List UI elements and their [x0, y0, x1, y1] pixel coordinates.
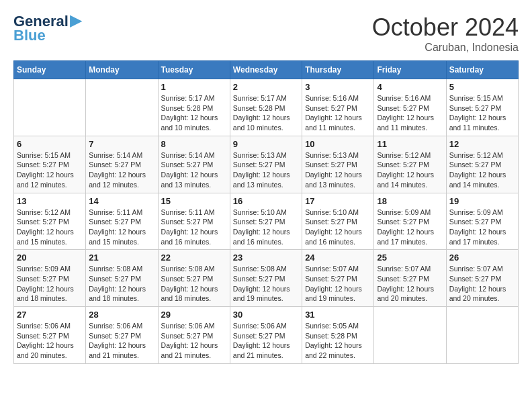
day-info: Sunrise: 5:09 AM Sunset: 5:27 PM Dayligh…	[377, 208, 443, 247]
day-info: Sunrise: 5:11 AM Sunset: 5:27 PM Dayligh…	[89, 208, 154, 247]
calendar-cell: 31Sunrise: 5:05 AM Sunset: 5:28 PM Dayli…	[302, 307, 374, 364]
day-info: Sunrise: 5:09 AM Sunset: 5:27 PM Dayligh…	[17, 264, 83, 304]
day-info: Sunrise: 5:15 AM Sunset: 5:27 PM Dayligh…	[449, 93, 515, 133]
calendar-cell: 26Sunrise: 5:07 AM Sunset: 5:27 PM Dayli…	[446, 250, 518, 307]
week-row-4: 20Sunrise: 5:09 AM Sunset: 5:27 PM Dayli…	[14, 250, 519, 307]
day-number: 28	[89, 310, 154, 320]
calendar-cell: 28Sunrise: 5:06 AM Sunset: 5:27 PM Dayli…	[86, 307, 158, 364]
day-number: 27	[17, 310, 83, 320]
calendar-cell: 30Sunrise: 5:06 AM Sunset: 5:27 PM Dayli…	[230, 307, 302, 364]
week-row-3: 13Sunrise: 5:12 AM Sunset: 5:27 PM Dayli…	[14, 193, 519, 250]
day-number: 22	[161, 253, 227, 263]
day-info: Sunrise: 5:06 AM Sunset: 5:27 PM Dayligh…	[233, 321, 299, 361]
week-row-5: 27Sunrise: 5:06 AM Sunset: 5:27 PM Dayli…	[14, 307, 519, 364]
calendar-cell: 19Sunrise: 5:09 AM Sunset: 5:27 PM Dayli…	[446, 193, 518, 250]
day-number: 25	[377, 253, 443, 263]
calendar-cell: 27Sunrise: 5:06 AM Sunset: 5:27 PM Dayli…	[14, 307, 86, 364]
day-info: Sunrise: 5:06 AM Sunset: 5:27 PM Dayligh…	[17, 321, 83, 361]
day-info: Sunrise: 5:13 AM Sunset: 5:27 PM Dayligh…	[305, 150, 371, 190]
location: Caruban, Indonesia	[372, 42, 519, 54]
calendar-cell: 5Sunrise: 5:15 AM Sunset: 5:27 PM Daylig…	[446, 79, 518, 136]
day-number: 16	[233, 196, 299, 206]
calendar-cell: 3Sunrise: 5:16 AM Sunset: 5:27 PM Daylig…	[302, 79, 374, 136]
day-number: 23	[233, 253, 299, 263]
day-number: 20	[17, 253, 83, 263]
calendar-cell: 24Sunrise: 5:07 AM Sunset: 5:27 PM Dayli…	[302, 250, 374, 307]
day-info: Sunrise: 5:10 AM Sunset: 5:27 PM Dayligh…	[233, 208, 299, 247]
day-info: Sunrise: 5:15 AM Sunset: 5:27 PM Dayligh…	[17, 150, 83, 190]
day-info: Sunrise: 5:14 AM Sunset: 5:27 PM Dayligh…	[89, 150, 154, 190]
day-info: Sunrise: 5:09 AM Sunset: 5:27 PM Dayligh…	[449, 208, 515, 247]
week-row-2: 6Sunrise: 5:15 AM Sunset: 5:27 PM Daylig…	[14, 136, 519, 193]
day-info: Sunrise: 5:06 AM Sunset: 5:27 PM Dayligh…	[161, 321, 227, 361]
calendar-cell	[446, 307, 518, 364]
day-info: Sunrise: 5:07 AM Sunset: 5:27 PM Dayligh…	[305, 264, 371, 304]
day-number: 21	[89, 253, 154, 263]
day-info: Sunrise: 5:10 AM Sunset: 5:27 PM Dayligh…	[305, 208, 371, 247]
day-info: Sunrise: 5:12 AM Sunset: 5:27 PM Dayligh…	[377, 150, 443, 190]
calendar-cell: 29Sunrise: 5:06 AM Sunset: 5:27 PM Dayli…	[158, 307, 230, 364]
col-thursday: Thursday	[302, 61, 374, 79]
calendar-cell: 17Sunrise: 5:10 AM Sunset: 5:27 PM Dayli…	[302, 193, 374, 250]
calendar-cell: 18Sunrise: 5:09 AM Sunset: 5:27 PM Dayli…	[374, 193, 446, 250]
calendar-cell: 9Sunrise: 5:13 AM Sunset: 5:27 PM Daylig…	[230, 136, 302, 193]
day-info: Sunrise: 5:07 AM Sunset: 5:27 PM Dayligh…	[449, 264, 515, 304]
calendar: Sunday Monday Tuesday Wednesday Thursday…	[13, 60, 519, 364]
page-header: General ▶ Blue October 2024 Caruban, Ind…	[13, 13, 519, 54]
day-number: 5	[449, 82, 515, 92]
day-number: 17	[305, 196, 371, 206]
day-number: 11	[377, 139, 443, 149]
day-number: 30	[233, 310, 299, 320]
day-info: Sunrise: 5:12 AM Sunset: 5:27 PM Dayligh…	[449, 150, 515, 190]
col-saturday: Saturday	[446, 61, 518, 79]
calendar-cell: 23Sunrise: 5:08 AM Sunset: 5:27 PM Dayli…	[230, 250, 302, 307]
calendar-cell: 21Sunrise: 5:08 AM Sunset: 5:27 PM Dayli…	[86, 250, 158, 307]
day-info: Sunrise: 5:17 AM Sunset: 5:28 PM Dayligh…	[161, 93, 227, 133]
day-number: 18	[377, 196, 443, 206]
day-info: Sunrise: 5:12 AM Sunset: 5:27 PM Dayligh…	[17, 208, 83, 247]
day-info: Sunrise: 5:06 AM Sunset: 5:27 PM Dayligh…	[89, 321, 154, 361]
day-info: Sunrise: 5:08 AM Sunset: 5:27 PM Dayligh…	[233, 264, 299, 304]
day-info: Sunrise: 5:07 AM Sunset: 5:27 PM Dayligh…	[377, 264, 443, 304]
day-number: 4	[377, 82, 443, 92]
day-number: 26	[449, 253, 515, 263]
day-number: 2	[233, 82, 299, 92]
week-row-1: 1Sunrise: 5:17 AM Sunset: 5:28 PM Daylig…	[14, 79, 519, 136]
day-info: Sunrise: 5:16 AM Sunset: 5:27 PM Dayligh…	[305, 93, 371, 133]
day-info: Sunrise: 5:11 AM Sunset: 5:27 PM Dayligh…	[161, 208, 227, 247]
calendar-cell: 14Sunrise: 5:11 AM Sunset: 5:27 PM Dayli…	[86, 193, 158, 250]
day-number: 1	[161, 82, 227, 92]
day-number: 6	[17, 139, 83, 149]
calendar-cell: 6Sunrise: 5:15 AM Sunset: 5:27 PM Daylig…	[14, 136, 86, 193]
day-info: Sunrise: 5:14 AM Sunset: 5:27 PM Dayligh…	[161, 150, 227, 190]
day-info: Sunrise: 5:17 AM Sunset: 5:28 PM Dayligh…	[233, 93, 299, 133]
col-wednesday: Wednesday	[230, 61, 302, 79]
calendar-cell	[86, 79, 158, 136]
calendar-cell: 22Sunrise: 5:08 AM Sunset: 5:27 PM Dayli…	[158, 250, 230, 307]
day-number: 7	[89, 139, 154, 149]
month-title: October 2024	[372, 13, 519, 42]
col-sunday: Sunday	[14, 61, 86, 79]
col-monday: Monday	[86, 61, 158, 79]
calendar-cell: 7Sunrise: 5:14 AM Sunset: 5:27 PM Daylig…	[86, 136, 158, 193]
day-info: Sunrise: 5:16 AM Sunset: 5:27 PM Dayligh…	[377, 93, 443, 133]
calendar-cell: 11Sunrise: 5:12 AM Sunset: 5:27 PM Dayli…	[374, 136, 446, 193]
calendar-cell: 25Sunrise: 5:07 AM Sunset: 5:27 PM Dayli…	[374, 250, 446, 307]
day-info: Sunrise: 5:08 AM Sunset: 5:27 PM Dayligh…	[89, 264, 154, 304]
calendar-cell: 10Sunrise: 5:13 AM Sunset: 5:27 PM Dayli…	[302, 136, 374, 193]
calendar-cell: 15Sunrise: 5:11 AM Sunset: 5:27 PM Dayli…	[158, 193, 230, 250]
day-info: Sunrise: 5:08 AM Sunset: 5:27 PM Dayligh…	[161, 264, 227, 304]
calendar-cell: 4Sunrise: 5:16 AM Sunset: 5:27 PM Daylig…	[374, 79, 446, 136]
calendar-cell: 12Sunrise: 5:12 AM Sunset: 5:27 PM Dayli…	[446, 136, 518, 193]
day-info: Sunrise: 5:05 AM Sunset: 5:28 PM Dayligh…	[305, 321, 371, 361]
calendar-cell: 8Sunrise: 5:14 AM Sunset: 5:27 PM Daylig…	[158, 136, 230, 193]
day-number: 3	[305, 82, 371, 92]
day-number: 10	[305, 139, 371, 149]
calendar-cell: 20Sunrise: 5:09 AM Sunset: 5:27 PM Dayli…	[14, 250, 86, 307]
day-number: 19	[449, 196, 515, 206]
day-number: 13	[17, 196, 83, 206]
calendar-header-row: Sunday Monday Tuesday Wednesday Thursday…	[14, 61, 519, 79]
day-number: 9	[233, 139, 299, 149]
logo-bird-icon: ▶	[70, 11, 82, 30]
logo-blue: Blue	[13, 27, 46, 44]
